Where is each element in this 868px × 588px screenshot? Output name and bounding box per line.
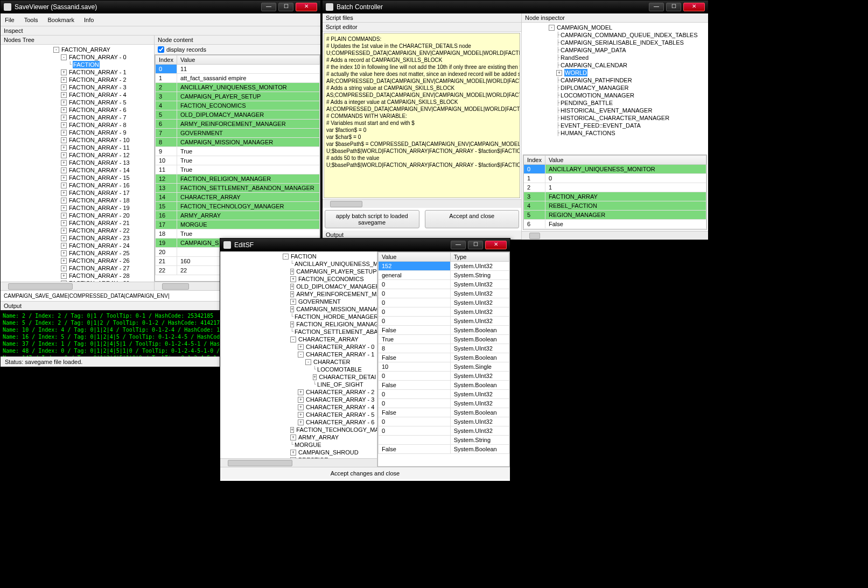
window-title: SaveViewer (Sassanid.save) xyxy=(15,3,261,11)
display-records-row: display records xyxy=(155,45,320,54)
menubar: File Tools Bookmark Info xyxy=(1,13,320,26)
inspector-grid[interactable]: IndexValue0ANCILLARY_UNIQUENESS_MONITOR1… xyxy=(523,155,707,230)
node-inspector-tree[interactable]: -CAMPAIGN_MODEL├CAMPAIGN_COMMAND_QUEUE_I… xyxy=(523,23,707,153)
menu-bookmark[interactable]: Bookmark xyxy=(47,17,74,23)
batch-controller-window: Batch Controller Script files Script edi… xyxy=(322,0,709,240)
display-records-checkbox[interactable] xyxy=(158,46,164,53)
apply-batch-button[interactable]: apply batch script to loaded savegame xyxy=(325,210,419,228)
maximize-button[interactable] xyxy=(666,3,681,11)
accept-close-button[interactable]: Accept and close xyxy=(425,210,520,228)
node-inspector-label: Node inspector xyxy=(522,13,708,23)
minimize-button[interactable] xyxy=(261,3,276,11)
close-button[interactable] xyxy=(683,3,705,11)
script-editor[interactable]: # PLAIN COMMANDS: # Updates the 1st valu… xyxy=(324,33,520,198)
app-icon xyxy=(4,3,11,11)
menu-tools[interactable]: Tools xyxy=(24,17,38,23)
app-icon xyxy=(223,241,231,249)
editsf-tree[interactable]: -FACTION└ANCILLARY_UNIQUENESS_MO+CAMPAIG… xyxy=(220,251,377,458)
window-title: Batch Controller xyxy=(337,3,649,11)
maximize-button[interactable] xyxy=(278,3,293,11)
node-content-label: Node content xyxy=(155,36,320,45)
maximize-button[interactable] xyxy=(468,241,483,249)
tree-hscroll[interactable] xyxy=(1,282,154,290)
editsf-grid[interactable]: ValueType152System.UInt32generalSystem.S… xyxy=(377,251,510,467)
minimize-button[interactable] xyxy=(451,241,466,249)
script-files-label: Script files xyxy=(323,13,521,23)
nodes-tree-label: Nodes Tree xyxy=(1,36,154,45)
accept-changes-button[interactable]: Accept changes and close xyxy=(220,467,510,479)
titlebar[interactable]: Batch Controller xyxy=(323,1,708,13)
nodes-tree[interactable]: -FACTION_ARRAY-FACTION_ARRAY - 0└FACTION… xyxy=(1,45,154,282)
close-button[interactable] xyxy=(485,241,507,249)
titlebar[interactable]: EditSF xyxy=(220,239,510,251)
script-hscroll[interactable] xyxy=(323,199,521,208)
inspector-hscroll[interactable] xyxy=(522,231,708,240)
editsf-tree-hscroll[interactable] xyxy=(220,458,377,467)
window-title: EditSF xyxy=(234,241,451,249)
editsf-window: EditSF -FACTION└ANCILLARY_UNIQUENESS_MO+… xyxy=(220,238,510,481)
menu-info[interactable]: Info xyxy=(84,17,94,23)
app-icon xyxy=(326,3,333,11)
close-button[interactable] xyxy=(296,3,317,11)
inspect-label: Inspect xyxy=(1,26,320,36)
menu-file[interactable]: File xyxy=(5,17,15,23)
display-records-label: display records xyxy=(166,46,206,53)
titlebar[interactable]: SaveViewer (Sassanid.save) xyxy=(1,1,320,13)
script-editor-label: Script editor xyxy=(323,23,521,32)
minimize-button[interactable] xyxy=(649,3,664,11)
